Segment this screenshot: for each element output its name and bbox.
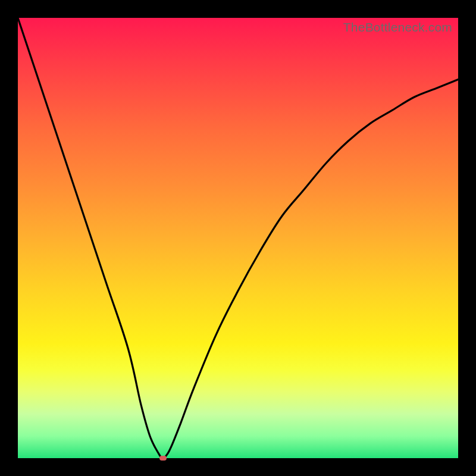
bottleneck-curve [18, 18, 458, 458]
watermark-label: TheBottleneck.com [343, 20, 452, 35]
plot-area: TheBottleneck.com [18, 18, 458, 458]
chart-frame: TheBottleneck.com [0, 0, 476, 476]
optimum-marker-icon [159, 456, 167, 461]
